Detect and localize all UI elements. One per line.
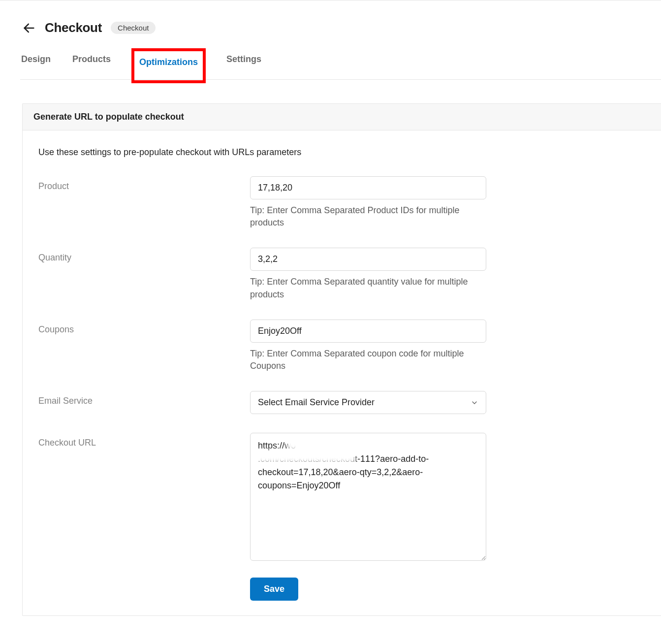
label-email-service: Email Service xyxy=(38,391,250,406)
input-product[interactable] xyxy=(250,176,486,199)
row-product: Product Tip: Enter Comma Separated Produ… xyxy=(38,176,645,229)
label-quantity: Quantity xyxy=(38,248,250,263)
tab-settings[interactable]: Settings xyxy=(225,51,262,79)
tip-quantity: Tip: Enter Comma Separated quantity valu… xyxy=(250,276,486,300)
back-arrow-icon[interactable] xyxy=(22,21,36,35)
tip-product: Tip: Enter Comma Separated Product IDs f… xyxy=(250,204,486,229)
select-email-service[interactable]: Select Email Service Provider xyxy=(250,391,486,414)
page-header: Checkout Checkout xyxy=(22,20,661,35)
tab-design[interactable]: Design xyxy=(20,51,52,79)
textarea-checkout-url[interactable] xyxy=(250,433,486,561)
label-coupons: Coupons xyxy=(38,320,250,335)
select-email-service-value: Select Email Service Provider xyxy=(258,397,375,408)
row-quantity: Quantity Tip: Enter Comma Separated quan… xyxy=(38,248,645,300)
page-badge: Checkout xyxy=(111,22,156,34)
save-button[interactable]: Save xyxy=(250,578,298,601)
label-checkout-url: Checkout URL xyxy=(38,433,250,448)
input-quantity[interactable] xyxy=(250,248,486,271)
tab-optimizations[interactable]: Optimizations xyxy=(138,54,199,75)
tabs: Design Products Optimizations Settings xyxy=(20,51,661,80)
panel: Generate URL to populate checkout Use th… xyxy=(22,103,661,616)
tab-products[interactable]: Products xyxy=(71,51,112,79)
row-checkout-url: Checkout URL xyxy=(38,433,645,563)
row-coupons: Coupons Tip: Enter Comma Separated coupo… xyxy=(38,320,645,372)
page-title: Checkout xyxy=(45,20,102,35)
input-coupons[interactable] xyxy=(250,320,486,343)
panel-title: Generate URL to populate checkout xyxy=(23,104,661,130)
highlight-box: Optimizations xyxy=(131,48,206,83)
tip-coupons: Tip: Enter Comma Separated coupon code f… xyxy=(250,348,486,372)
panel-description: Use these settings to pre-populate check… xyxy=(38,147,645,158)
label-product: Product xyxy=(38,176,250,192)
row-email-service: Email Service Select Email Service Provi… xyxy=(38,391,645,414)
chevron-down-icon xyxy=(471,399,478,407)
